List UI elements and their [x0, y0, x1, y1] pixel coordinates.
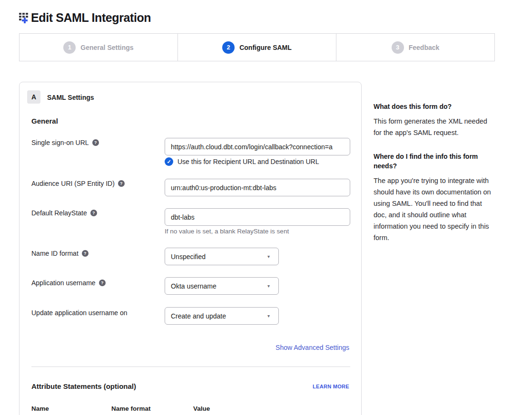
nameid-format-label-text: Name ID format [31, 250, 79, 257]
audience-uri-label-text: Audience URI (SP Entity ID) [31, 180, 115, 187]
sso-url-label: Single sign-on URL ? [31, 139, 99, 146]
relaystate-help-icon[interactable]: ? [90, 210, 97, 216]
step-feedback[interactable]: 3 Feedback [336, 34, 494, 61]
learn-more-link[interactable]: LEARN MORE [313, 384, 349, 389]
help-question-2: Where do I find the info this form needs… [374, 152, 495, 171]
attr-column-name: Name [31, 405, 49, 412]
chevron-down-icon: ▾ [267, 254, 270, 259]
section-divider [31, 367, 350, 367]
app-username-label-text: Application username [31, 279, 96, 287]
update-username-label: Update application username on [31, 309, 128, 317]
edit-saml-integration-page: Edit SAML Integration 1 General Settings… [0, 0, 532, 415]
nameid-format-label: Name ID format ? [31, 250, 89, 257]
panel-title: SAML Settings [47, 94, 94, 101]
step-2-label: Configure SAML [239, 44, 292, 51]
show-advanced-settings-link[interactable]: Show Advanced Settings [276, 344, 349, 351]
step-2-circle: 2 [222, 41, 235, 54]
attr-column-name-format: Name format [111, 405, 151, 412]
step-3-label: Feedback [409, 44, 440, 51]
page-header: Edit SAML Integration [18, 10, 151, 25]
app-username-value: Okta username [171, 282, 217, 290]
app-username-select[interactable]: Okta username ▾ [165, 277, 279, 295]
sso-url-label-text: Single sign-on URL [31, 139, 89, 146]
help-sidebar: What does this form do? This form genera… [374, 102, 495, 243]
relaystate-label: Default RelayState ? [31, 209, 97, 217]
audience-uri-help-icon[interactable]: ? [118, 180, 125, 187]
chevron-down-icon: ▾ [267, 313, 270, 318]
app-grid-plus-icon [18, 10, 30, 25]
sso-recipient-checkbox-row: ✓ Use this for Recipient URL and Destina… [165, 157, 319, 166]
relaystate-input[interactable] [165, 208, 350, 226]
page-title: Edit SAML Integration [31, 11, 151, 25]
attr-column-value: Value [193, 405, 210, 412]
section-a-badge: A [27, 90, 40, 104]
relaystate-label-text: Default RelayState [31, 209, 87, 217]
nameid-format-select[interactable]: Unspecified ▾ [165, 248, 279, 265]
sso-url-help-icon[interactable]: ? [92, 139, 99, 146]
step-wizard: 1 General Settings 2 Configure SAML 3 Fe… [19, 33, 495, 61]
recipient-destination-checkbox[interactable]: ✓ [165, 157, 173, 166]
recipient-destination-checkbox-label: Use this for Recipient URL and Destinati… [177, 158, 319, 165]
chevron-down-icon: ▾ [267, 283, 270, 289]
nameid-format-help-icon[interactable]: ? [82, 250, 89, 257]
step-1-circle: 1 [63, 41, 76, 54]
update-username-label-text: Update application username on [31, 309, 128, 317]
audience-uri-input[interactable] [165, 179, 350, 196]
relaystate-hint: If no value is set, a blank RelayState i… [165, 228, 289, 235]
nameid-format-value: Unspecified [171, 253, 206, 261]
audience-uri-label: Audience URI (SP Entity ID) ? [31, 180, 125, 187]
step-configure-saml[interactable]: 2 Configure SAML [177, 34, 336, 61]
update-username-select[interactable]: Create and update ▾ [165, 307, 279, 325]
saml-settings-panel: A SAML Settings General Single sign-on U… [19, 82, 362, 415]
app-username-label: Application username ? [31, 279, 106, 287]
help-answer-2: The app you're trying to integrate with … [374, 175, 495, 243]
step-1-label: General Settings [80, 44, 133, 51]
app-username-help-icon[interactable]: ? [99, 280, 106, 286]
update-username-value: Create and update [171, 312, 226, 320]
help-answer-1: This form generates the XML needed for t… [374, 116, 495, 138]
step-general-settings[interactable]: 1 General Settings [20, 34, 177, 61]
step-3-circle: 3 [392, 41, 404, 54]
help-question-1: What does this form do? [374, 102, 495, 111]
general-section-heading: General [31, 117, 58, 125]
attribute-statements-heading: Attribute Statements (optional) [31, 382, 136, 390]
sso-url-input[interactable] [165, 138, 350, 155]
